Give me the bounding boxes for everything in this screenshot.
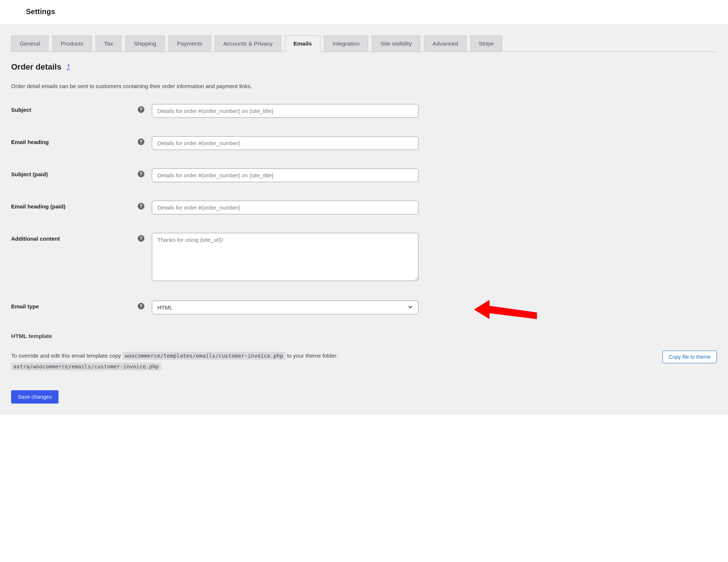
row-subject: Subject ? (11, 104, 717, 118)
section-title-row: Order details ⤴ (11, 62, 717, 72)
help-icon[interactable]: ? (138, 106, 144, 113)
row-additional-content: Additional content ? (11, 233, 717, 282)
row-subject-paid: Subject (paid) ? (11, 168, 717, 182)
input-subject[interactable] (152, 104, 418, 118)
section-description: Order detail emails can be sent to custo… (11, 83, 717, 89)
template-text: To override and edit this email template… (11, 351, 338, 372)
help-icon[interactable]: ? (138, 203, 144, 210)
tab-integration[interactable]: Integration (324, 36, 368, 51)
row-email-heading-paid: Email heading (paid) ? (11, 201, 717, 214)
copy-file-button[interactable]: Copy file to theme (662, 351, 717, 363)
label-email-type: Email type (11, 303, 39, 310)
help-icon[interactable]: ? (138, 235, 144, 242)
label-subject: Subject (11, 107, 31, 113)
tab-payments[interactable]: Payments (168, 36, 211, 51)
tab-emails[interactable]: Emails (285, 36, 320, 52)
tab-shipping[interactable]: Shipping (125, 36, 164, 51)
row-email-type: Email type ? HTML (11, 301, 717, 314)
input-subject-paid[interactable] (152, 168, 418, 182)
tab-site-visibility[interactable]: Site visibility (372, 36, 420, 51)
row-email-heading: Email heading ? (11, 136, 717, 150)
input-email-heading-paid[interactable] (152, 201, 418, 214)
section-title: Order details (11, 62, 61, 72)
back-link-icon[interactable]: ⤴ (67, 63, 70, 71)
template-title: HTML template (11, 333, 717, 339)
input-additional-content[interactable] (152, 233, 418, 281)
tab-advanced[interactable]: Advanced (424, 36, 467, 51)
page-header: Settings (0, 0, 728, 24)
main-content: General Products Tax Shipping Payments A… (0, 24, 728, 415)
settings-tabs: General Products Tax Shipping Payments A… (11, 24, 717, 52)
html-template-section: HTML template To override and edit this … (11, 333, 717, 372)
label-email-heading: Email heading (11, 139, 49, 145)
tab-accounts-privacy[interactable]: Accounts & Privacy (215, 36, 281, 51)
label-additional-content: Additional content (11, 235, 60, 242)
template-code-source: woocommerce/templates/emails/customer-in… (123, 352, 285, 360)
tab-stripe[interactable]: Stripe (470, 36, 502, 51)
save-changes-button[interactable]: Save changes (11, 390, 59, 404)
page-title: Settings (26, 7, 717, 16)
tab-tax[interactable]: Tax (96, 36, 121, 51)
help-icon[interactable]: ? (138, 138, 144, 145)
select-email-type[interactable]: HTML (152, 301, 418, 314)
help-icon[interactable]: ? (138, 303, 144, 310)
tab-products[interactable]: Products (52, 36, 92, 51)
tab-general[interactable]: General (11, 36, 49, 51)
settings-form: Subject ? Email heading ? Subject (p (11, 104, 717, 314)
label-subject-paid: Subject (paid) (11, 171, 48, 177)
template-text-post: . (161, 363, 163, 369)
help-icon[interactable]: ? (138, 171, 144, 177)
label-email-heading-paid: Email heading (paid) (11, 203, 66, 210)
input-email-heading[interactable] (152, 136, 418, 150)
template-text-mid: to your theme folder: (285, 352, 338, 359)
template-code-dest: astra/woocommerce/emails/customer-invoic… (11, 362, 161, 371)
template-text-pre: To override and edit this email template… (11, 352, 123, 359)
